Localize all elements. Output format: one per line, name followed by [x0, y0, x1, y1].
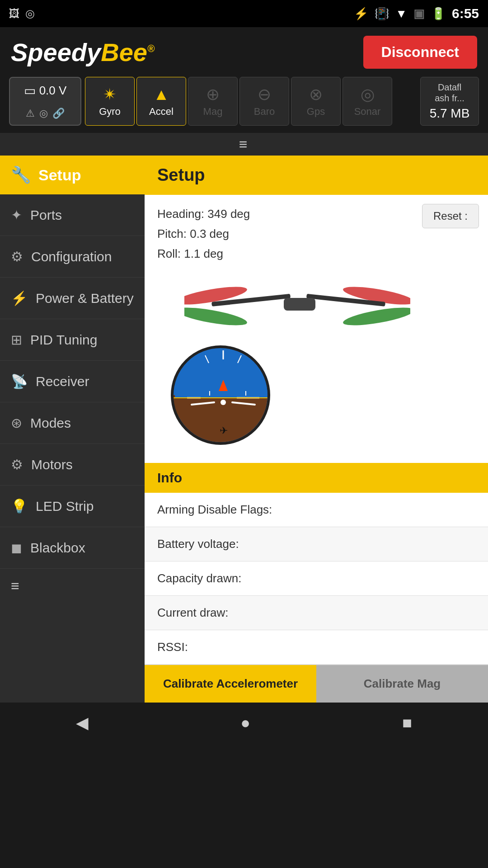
sidebar-item-motors[interactable]: ⚙ Motors	[0, 444, 145, 486]
info-title: Info	[157, 470, 475, 486]
sidebar-hamburger-icon: ≡	[11, 578, 19, 594]
attitude-indicator-container: ✈	[171, 345, 475, 445]
home-button[interactable]: ●	[222, 707, 268, 739]
mag-icon: ⊕	[206, 85, 220, 104]
sensor-sonar[interactable]: ◎ Sonar	[343, 77, 392, 126]
link-icon: 🔗	[52, 108, 65, 119]
sidebar-item-ports[interactable]: ✦ Ports	[0, 194, 145, 236]
warning-icon: ⚠	[26, 108, 35, 119]
hamburger-icon: ≡	[239, 136, 249, 153]
sensor-mag[interactable]: ⊕ Mag	[188, 77, 238, 126]
capacity-drawn-row: Capacity drawn:	[145, 561, 488, 596]
vibrate-icon: 📳	[375, 7, 389, 21]
svg-point-5	[184, 304, 248, 327]
setup-header-icon: 🔧	[11, 165, 31, 184]
sidebar-header: 🔧 Setup	[0, 156, 145, 194]
calibrate-bar: Calibrate Accelerometer Calibrate Mag	[145, 665, 488, 703]
attitude-indicator: ✈	[171, 345, 270, 445]
recent-button[interactable]: ■	[384, 707, 430, 739]
drone-visualization	[184, 282, 475, 336]
power-battery-icon: ⚡	[11, 290, 28, 306]
battery-level-icon: ▭	[24, 83, 36, 98]
sonar-icon: ◎	[361, 85, 375, 104]
roll-value: Roll: 1.1 deg	[157, 244, 475, 264]
svg-point-17	[221, 400, 226, 405]
bluetooth-icon: ⚡	[354, 7, 368, 21]
sidebar-item-blackbox[interactable]: ◼ Blackbox	[0, 527, 145, 569]
bottom-nav: ◀ ● ■	[0, 703, 488, 743]
dataflash-widget: Datafl ash fr... 5.7 MB	[420, 77, 479, 126]
disconnect-button[interactable]: Disconnect	[363, 36, 477, 69]
main-layout: 🔧 Setup ✦ Ports ⚙ Configuration ⚡ Power …	[0, 156, 488, 703]
led-strip-icon: 💡	[11, 498, 28, 514]
page-title: Setup	[157, 165, 475, 185]
info-section-header: Info	[145, 463, 488, 493]
sidebar-item-receiver[interactable]: 📡 Receiver	[0, 361, 145, 402]
attitude-section: Heading: 349 deg Pitch: 0.3 deg Roll: 1.…	[145, 195, 488, 463]
wifi-icon: ▼	[395, 7, 407, 21]
battery-icon: 🔋	[431, 7, 446, 21]
sidebar-item-led-strip[interactable]: 💡 LED Strip	[0, 486, 145, 527]
shield-icon: ◎	[39, 108, 48, 119]
status-bar: 🖼 ◎ ⚡ 📳 ▼ ▣ 🔋 6:55	[0, 0, 488, 27]
baro-icon: ⊖	[258, 85, 271, 104]
sensor-grid: ✴ Gyro ▲ Accel ⊕ Mag ⊖ Baro ⊗ Gps ◎ Sona…	[85, 77, 417, 126]
sensor-gps[interactable]: ⊗ Gps	[291, 77, 341, 126]
ports-icon: ✦	[11, 207, 22, 223]
modes-icon: ⊛	[11, 415, 22, 431]
arming-disable-flags-row: Arming Disable Flags:	[145, 493, 488, 527]
battery-icons-row: ⚠ ◎ 🔗	[26, 108, 65, 119]
sidebar-bottom-menu[interactable]: ≡	[0, 569, 145, 604]
dataflash-title: Datafl ash fr...	[435, 82, 465, 104]
accel-icon: ▲	[153, 85, 169, 104]
svg-point-6	[342, 304, 410, 327]
circle-icon: ◎	[25, 7, 35, 20]
sidebar-item-power-battery[interactable]: ⚡ Power & Battery	[0, 278, 145, 319]
reset-button[interactable]: Reset :	[422, 204, 479, 228]
sensor-gyro[interactable]: ✴ Gyro	[85, 77, 135, 126]
sidebar: 🔧 Setup ✦ Ports ⚙ Configuration ⚡ Power …	[0, 156, 145, 703]
rssi-row: RSSI:	[145, 630, 488, 665]
sensor-baro[interactable]: ⊖ Baro	[239, 77, 289, 126]
gyro-icon: ✴	[103, 85, 117, 104]
pid-tuning-icon: ⊞	[11, 332, 22, 348]
back-button[interactable]: ◀	[58, 707, 107, 739]
content-header: Setup	[145, 156, 488, 195]
attitude-indicator-svg: ✈	[174, 348, 270, 445]
sensor-bar: ▭ 0.0 V ⚠ ◎ 🔗 ✴ Gyro ▲ Accel ⊕ Mag ⊖ Bar…	[0, 77, 488, 133]
sidebar-item-pid-tuning[interactable]: ⊞ PID Tuning	[0, 319, 145, 361]
status-bar-left: 🖼 ◎	[9, 7, 35, 20]
logo: SpeedyBee®	[11, 38, 155, 67]
drone-svg	[184, 282, 410, 327]
sidebar-item-modes[interactable]: ⊛ Modes	[0, 402, 145, 444]
configuration-icon: ⚙	[11, 249, 23, 264]
header: SpeedyBee® Disconnect	[0, 27, 488, 77]
clock: 6:55	[452, 6, 479, 21]
battery-widget: ▭ 0.0 V ⚠ ◎ 🔗	[9, 77, 81, 126]
menu-toggle-bar[interactable]: ≡	[0, 133, 488, 156]
receiver-icon: 📡	[11, 373, 28, 389]
svg-rect-4	[284, 298, 315, 311]
battery-voltage: ▭ 0.0 V	[24, 83, 67, 98]
battery-voltage-row: Battery voltage:	[145, 527, 488, 561]
gps-icon: ⊗	[309, 85, 323, 104]
image-icon: 🖼	[9, 7, 20, 20]
info-rows: Arming Disable Flags: Battery voltage: C…	[145, 493, 488, 665]
sim-icon: ▣	[413, 7, 425, 21]
dataflash-size: 5.7 MB	[430, 106, 470, 121]
svg-text:✈: ✈	[220, 425, 228, 436]
calibrate-mag-button[interactable]: Calibrate Mag	[316, 665, 488, 703]
content-area: Setup Heading: 349 deg Pitch: 0.3 deg Ro…	[145, 156, 488, 703]
current-draw-row: Current draw:	[145, 596, 488, 630]
motors-icon: ⚙	[11, 457, 23, 472]
calibrate-accelerometer-button[interactable]: Calibrate Accelerometer	[145, 665, 316, 703]
sensor-accel[interactable]: ▲ Accel	[136, 77, 186, 126]
status-bar-right: ⚡ 📳 ▼ ▣ 🔋 6:55	[354, 6, 479, 21]
blackbox-icon: ◼	[11, 540, 22, 556]
sidebar-item-configuration[interactable]: ⚙ Configuration	[0, 236, 145, 278]
